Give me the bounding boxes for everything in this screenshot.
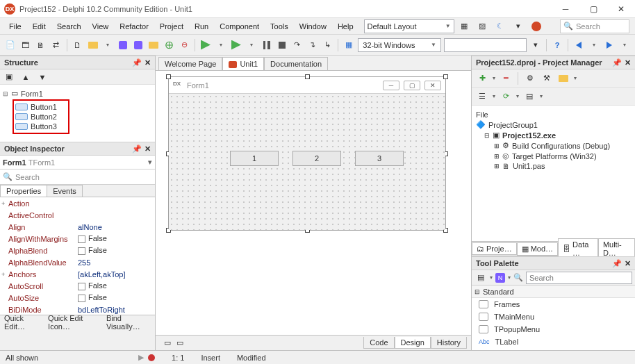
tree-root[interactable]: Form1 — [21, 90, 43, 98]
tab-events[interactable]: Events — [47, 185, 83, 197]
remove-file-icon[interactable]: ⊖ — [178, 39, 190, 51]
nav-forward-icon[interactable] — [603, 39, 616, 51]
close-panel-icon[interactable]: ✕ — [625, 259, 631, 268]
save-all-icon[interactable] — [132, 39, 145, 51]
macro-play-icon[interactable]: ▶ — [138, 353, 144, 362]
menu-project[interactable]: Project — [155, 21, 188, 32]
open-icon[interactable] — [87, 39, 99, 51]
platform-select[interactable]: 32-bit Windows ▼ — [358, 38, 441, 52]
step-over-icon[interactable]: ↷ — [291, 39, 304, 51]
tree-item[interactable]: Button1 — [31, 103, 57, 111]
chevron-down-icon[interactable]: ▾ — [148, 158, 152, 167]
remove-icon[interactable]: ━ — [500, 72, 512, 85]
tab-model[interactable]: ▦Mod… — [517, 242, 558, 256]
palette-group-header[interactable]: ⊟Standard — [472, 286, 635, 298]
palette-item[interactable]: AbcTLabel — [472, 336, 635, 348]
stop-help-icon[interactable] — [529, 19, 543, 33]
view-list-icon[interactable]: ☰ — [476, 90, 488, 103]
view-form-icon[interactable]: 🗔 — [19, 39, 32, 51]
pin-icon[interactable]: 📌 — [612, 58, 622, 67]
tree-item[interactable]: Button3 — [31, 122, 57, 131]
move-up-icon[interactable]: ▲ — [19, 71, 32, 83]
menu-view[interactable]: View — [88, 21, 114, 32]
design-grid[interactable]: 1 2 3 — [169, 94, 445, 230]
device-select[interactable] — [444, 38, 527, 52]
project-tree[interactable]: File 🔷ProjectGroup1 ⊟▣Project152.exe ⊞⚙B… — [472, 106, 635, 241]
quick-edit-icon-link[interactable]: Quick Edit Icon… — [48, 314, 99, 331]
maximize-button[interactable]: ▢ — [579, 0, 607, 18]
pause-icon[interactable] — [261, 39, 273, 51]
stop-icon[interactable] — [276, 39, 288, 51]
minimize-button[interactable]: ─ — [552, 0, 579, 18]
activate-icon[interactable]: ✚ — [476, 72, 488, 85]
designed-button-3[interactable]: 3 — [355, 151, 404, 166]
resize-handle[interactable] — [166, 74, 171, 79]
menu-search[interactable]: Search — [52, 21, 86, 32]
palette-item[interactable]: TPopupMenu — [472, 323, 635, 336]
pin-icon[interactable]: 📌 — [132, 144, 142, 154]
toggle-panel-icon[interactable]: ▭ — [176, 338, 183, 347]
pin-icon[interactable]: 📌 — [612, 259, 622, 268]
close-panel-icon[interactable]: ✕ — [145, 58, 151, 67]
run-no-debug-icon[interactable] — [230, 39, 242, 51]
help-icon[interactable]: ? — [551, 39, 563, 51]
form-designer[interactable]: DX Form1 ─ ▢ ✕ 1 2 3 — [168, 76, 446, 231]
resize-handle[interactable] — [305, 74, 310, 79]
tab-design[interactable]: Design — [395, 337, 431, 349]
tab-unit1[interactable]: Unit1 — [222, 57, 264, 70]
menu-edit[interactable]: Edit — [28, 21, 51, 32]
tab-documentation[interactable]: Documentation — [264, 57, 328, 70]
quick-edit-link[interactable]: Quick Edit… — [4, 314, 41, 331]
form-designer-canvas[interactable]: DX Form1 ─ ▢ ✕ 1 2 3 — [156, 71, 471, 335]
object-inspector-selection[interactable]: Form1 TForm1 ▾ — [0, 156, 155, 169]
trace-icon[interactable]: ↳ — [321, 39, 333, 51]
theme-dropdown-icon[interactable]: ▾ — [511, 19, 525, 33]
device-settings-icon[interactable]: ▾ — [529, 39, 542, 51]
close-panel-icon[interactable]: ✕ — [625, 58, 631, 67]
theme-toggle-icon[interactable]: ☾ — [493, 19, 507, 33]
designed-button-1[interactable]: 1 — [230, 151, 279, 166]
layout-select[interactable]: Default Layout ▼ — [364, 19, 454, 33]
tab-code[interactable]: Code — [363, 337, 394, 349]
menu-component[interactable]: Component — [215, 21, 264, 32]
tree-item[interactable]: Button2 — [31, 113, 57, 121]
run-icon[interactable] — [199, 39, 212, 51]
menu-tools[interactable]: Tools — [265, 21, 293, 32]
resize-handle[interactable] — [443, 74, 448, 79]
form-maximize-icon[interactable]: ▢ — [404, 81, 420, 90]
object-inspector-search[interactable]: 🔍 Search — [0, 169, 155, 185]
step-into-icon[interactable]: ↴ — [306, 39, 319, 51]
folder-icon[interactable] — [557, 72, 570, 85]
filter-icon[interactable]: N — [495, 273, 505, 283]
form-minimize-icon[interactable]: ─ — [383, 81, 399, 90]
form-close-icon[interactable]: ✕ — [424, 81, 441, 90]
menu-help[interactable]: Help — [333, 21, 358, 32]
category-icon[interactable]: ▤ — [475, 272, 487, 284]
open-dropdown-icon[interactable]: ▾ — [102, 39, 115, 51]
move-down-icon[interactable]: ▼ — [36, 71, 49, 83]
open-project-icon[interactable] — [147, 39, 160, 51]
tab-project[interactable]: 🗂Proje… — [472, 242, 517, 255]
new-items-icon[interactable]: 📄 — [4, 39, 17, 51]
new-file-icon[interactable]: 🗋 — [72, 39, 84, 51]
save-layout-icon[interactable]: ▦ — [457, 19, 471, 33]
close-button[interactable]: ✕ — [607, 0, 635, 18]
toggle-panel-icon[interactable]: ▭ — [164, 338, 171, 347]
tool-palette-search[interactable] — [526, 272, 632, 284]
add-file-icon[interactable]: ⨁ — [163, 39, 175, 51]
compile-icon[interactable]: ⚙ — [524, 72, 536, 85]
toggle-form-unit-icon[interactable]: ⇄ — [50, 39, 63, 51]
property-grid[interactable]: Action ActiveControl AlignalNone AlignWi… — [0, 197, 155, 315]
menu-file[interactable]: File — [4, 21, 26, 32]
bind-visually-link[interactable]: Bind Visually… — [106, 314, 151, 331]
close-panel-icon[interactable]: ✕ — [145, 144, 151, 154]
tab-properties[interactable]: Properties — [0, 185, 47, 197]
nav-back-icon[interactable] — [572, 39, 585, 51]
tab-history[interactable]: History — [431, 337, 467, 349]
structure-tree[interactable]: ⊟▭Form1 Button1 Button2 Button3 — [0, 85, 155, 142]
pin-icon[interactable]: 📌 — [132, 58, 142, 67]
designed-button-2[interactable]: 2 — [292, 151, 341, 166]
build-icon[interactable]: ⚒ — [541, 72, 553, 85]
macro-record-icon[interactable] — [148, 354, 155, 361]
ide-search[interactable]: 🔍 Search — [560, 19, 629, 33]
